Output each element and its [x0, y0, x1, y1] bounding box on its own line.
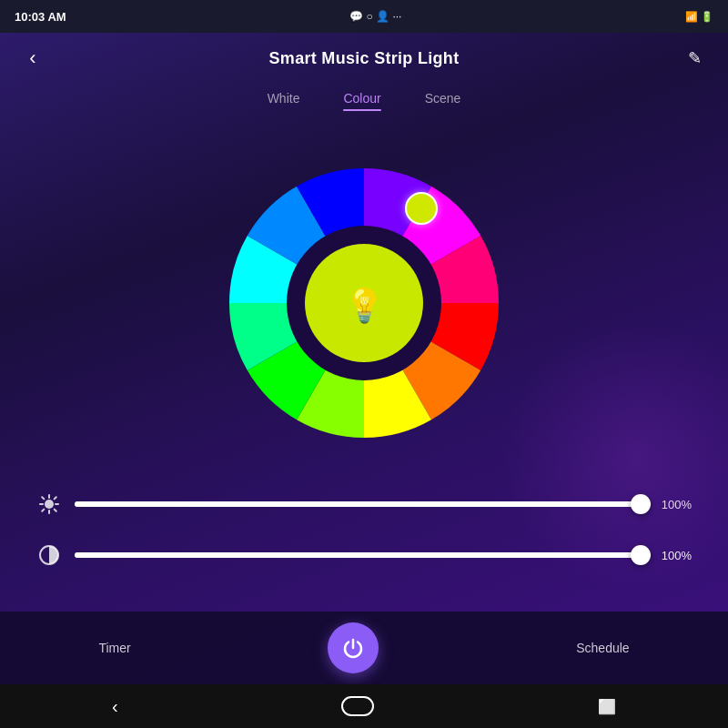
brightness-thumb[interactable]: [631, 494, 651, 514]
status-right-icons: 📶 🔋: [685, 11, 713, 23]
svg-line-10: [55, 510, 56, 511]
color-wheel-wrapper[interactable]: 💡: [228, 167, 500, 440]
color-wheel-container[interactable]: 💡: [0, 124, 728, 482]
status-bar: 10:03 AM 💬 ○ 👤 ··· 📶 🔋: [0, 0, 728, 33]
sliders-section: 100% 100%: [0, 482, 728, 612]
svg-point-4: [45, 500, 54, 509]
brightness-icon: [36, 491, 62, 517]
nav-recents-button[interactable]: ⬜: [598, 698, 616, 715]
tab-bar: White Colour Scene: [0, 84, 728, 124]
svg-line-11: [42, 510, 44, 511]
page-title: Smart Music Strip Light: [269, 49, 460, 68]
saturation-value: 100%: [653, 549, 692, 562]
svg-line-9: [42, 497, 44, 499]
brightness-fill: [75, 501, 641, 507]
tab-scene[interactable]: Scene: [425, 91, 461, 109]
saturation-fill: [75, 552, 641, 558]
header: ‹ Smart Music Strip Light ✎: [0, 33, 728, 84]
nav-bar: ‹ ⬜: [0, 684, 728, 728]
power-button[interactable]: [328, 622, 379, 673]
schedule-button[interactable]: Schedule: [576, 641, 629, 655]
back-button[interactable]: ‹: [18, 46, 47, 70]
brightness-row: 100%: [36, 491, 692, 517]
saturation-slider-track[interactable]: [75, 552, 641, 558]
saturation-row: 100%: [36, 542, 692, 568]
saturation-thumb[interactable]: [631, 545, 651, 565]
brightness-slider-track[interactable]: [75, 501, 641, 507]
notification-icons: 💬 ○ 👤 ···: [349, 10, 401, 23]
nav-back-button[interactable]: ‹: [112, 696, 118, 717]
status-center-icons: 💬 ○ 👤 ···: [349, 10, 401, 23]
status-time: 10:03 AM: [15, 10, 66, 24]
timer-button[interactable]: Timer: [98, 641, 130, 655]
svg-line-12: [55, 497, 56, 499]
tab-colour[interactable]: Colour: [343, 91, 380, 109]
color-picker-indicator[interactable]: [405, 192, 438, 225]
brightness-value: 100%: [653, 498, 692, 511]
tab-white[interactable]: White: [268, 91, 300, 109]
bottom-bar: Timer Schedule: [0, 612, 728, 684]
color-wheel-svg[interactable]: 💡: [228, 167, 500, 440]
edit-button[interactable]: ✎: [681, 48, 710, 68]
svg-text:💡: 💡: [344, 286, 385, 325]
nav-home-button[interactable]: [341, 696, 374, 716]
battery-icon: 📶 🔋: [685, 11, 713, 23]
saturation-icon: [36, 542, 62, 568]
app-container: ‹ Smart Music Strip Light ✎ White Colour…: [0, 33, 728, 684]
